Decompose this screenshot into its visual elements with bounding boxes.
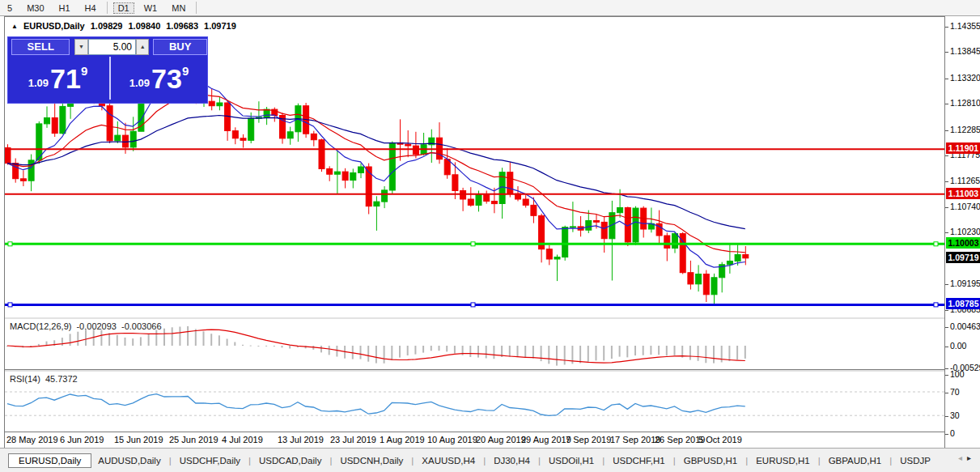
price-tick: 1.13845: [945, 45, 980, 57]
tabs-scroll-right-icon[interactable]: ▸: [967, 453, 976, 462]
chart-tab[interactable]: GBPUSD,H1: [681, 454, 740, 467]
chart-tab[interactable]: DJ30,H4: [490, 454, 533, 467]
tab-separator: |: [329, 456, 332, 466]
volume-input[interactable]: 5.00: [88, 39, 136, 55]
tab-separator: |: [818, 456, 821, 466]
price-badge-red: 1.11003: [946, 188, 980, 199]
chart-tab[interactable]: USDOil,H1: [545, 454, 597, 467]
date-label: 1 Aug 2019: [380, 435, 425, 444]
date-label: 23 Jul 2019: [330, 435, 376, 444]
timeframe-button-5[interactable]: 5: [2, 2, 17, 14]
chart-tab[interactable]: AUDUSD,Daily: [95, 454, 163, 467]
ohlc-open: 1.09829: [91, 21, 123, 31]
buy-button[interactable]: BUY: [153, 39, 207, 55]
price-tick: 1.12810: [945, 97, 980, 108]
chart-tab-active[interactable]: EURUSD,Daily: [8, 453, 91, 468]
chart-symbol-label: EURUSD,Daily: [23, 21, 85, 31]
timeframe-toolbar: 5M30H1H4D1W1MN: [0, 0, 980, 16]
price-tick: 1.09195: [945, 278, 980, 289]
volume-decrease-button[interactable]: ▼: [74, 39, 87, 55]
date-label: 28 May 2019: [6, 435, 58, 444]
chart-tab[interactable]: EURUSD,H1: [753, 454, 812, 467]
buy-price-display[interactable]: 1.09 73 9: [109, 57, 207, 100]
line-handle: [8, 242, 12, 246]
macd-panel[interactable]: MACD(12,26,9) -0.002093 -0.003066: [5, 319, 945, 370]
chart-tab[interactable]: USDCHF,H1: [609, 454, 668, 467]
tab-separator: |: [602, 456, 605, 466]
chart-tab[interactable]: XAUUSD,H4: [418, 454, 478, 467]
sell-button[interactable]: SELL: [11, 39, 70, 55]
sell-price-big: 71: [50, 65, 81, 92]
chart-title: ▲ EURUSD,Daily 1.09829 1.09840 1.09683 1…: [11, 21, 236, 31]
price-tick: 1.13320: [945, 72, 980, 83]
line-handle: [471, 242, 475, 246]
tab-separator: |: [889, 456, 892, 466]
sell-price-display[interactable]: 1.09 71 9: [10, 57, 106, 100]
timeframe-button-M30[interactable]: M30: [22, 2, 49, 14]
symbol-marker-icon: ▲: [11, 23, 18, 30]
date-label: 5 Oct 2019: [698, 435, 742, 444]
date-label: 10 Aug 2019: [427, 435, 477, 444]
chart-tab[interactable]: USDJP: [897, 454, 934, 467]
timeframe-button-W1[interactable]: W1: [139, 2, 163, 14]
price-tick: 1.10230: [945, 226, 980, 237]
chart-tab[interactable]: USDCNH,Daily: [337, 454, 406, 467]
date-label: 13 Jul 2019: [278, 435, 324, 444]
buy-price-prefix: 1.09: [129, 77, 150, 89]
price-tick: 1.10740: [945, 201, 980, 212]
price-badge-red: 1.11901: [946, 142, 980, 154]
chart-tab[interactable]: USDCHF,Daily: [176, 454, 244, 467]
timeframe-button-H4[interactable]: H4: [80, 2, 101, 14]
sell-price-pip: 9: [81, 64, 87, 78]
line-handle: [934, 303, 938, 307]
line-handle: [8, 303, 12, 307]
tab-separator: |: [169, 456, 172, 466]
rsi-axis-tick: 100: [945, 368, 965, 380]
date-label: 29 Aug 2019: [521, 435, 571, 444]
price-tick: 1.14355: [945, 20, 980, 32]
rsi-axis-tick: 70: [945, 386, 960, 398]
tab-separator: |: [411, 456, 414, 466]
price-axis[interactable]: 1.143551.138451.133201.128101.122851.117…: [944, 16, 980, 448]
main-chart-panel[interactable]: ▲ EURUSD,Daily 1.09829 1.09840 1.09683 1…: [5, 16, 945, 318]
date-label: 7 Sep 2019: [566, 435, 611, 444]
time-axis[interactable]: 28 May 20196 Jun 201915 Jun 201925 Jun 2…: [5, 432, 945, 448]
timeframe-button-H1[interactable]: H1: [54, 2, 75, 14]
tab-separator: |: [538, 456, 541, 466]
chart-tab-bar: EURUSD,DailyAUDUSD,Daily|USDCHF,Daily|US…: [0, 448, 980, 472]
tabs-scroll-left-icon[interactable]: ◂: [958, 453, 967, 462]
tab-separator: |: [483, 456, 486, 466]
date-label: 4 Jul 2019: [222, 435, 263, 444]
sell-price-prefix: 1.09: [28, 77, 49, 89]
macd-label: MACD(12,26,9) -0.002093 -0.003066: [10, 321, 162, 331]
line-handle: [934, 242, 938, 246]
price-badge-green: 1.10003: [946, 237, 980, 249]
rsi-axis-tick: 0: [945, 427, 955, 439]
rsi-line: [7, 394, 745, 416]
timeframe-button-MN[interactable]: MN: [167, 2, 190, 14]
date-label: 6 Jun 2019: [60, 435, 104, 444]
date-label: 15 Jun 2019: [114, 435, 163, 444]
chart-tab[interactable]: USDCAD,Daily: [256, 454, 325, 467]
tab-separator: |: [673, 456, 676, 466]
buy-price-pip: 9: [182, 64, 189, 78]
tab-separator: |: [248, 456, 251, 466]
timeframe-button-D1[interactable]: D1: [113, 2, 134, 14]
macd-signal-value: -0.003066: [121, 321, 162, 331]
ohlc-close: 1.09719: [204, 21, 236, 31]
price-badge-blue: 1.08785: [946, 298, 980, 309]
ohlc-low: 1.09683: [166, 21, 198, 31]
volume-increase-button[interactable]: ▲: [136, 39, 149, 55]
toolbar-separator: [107, 2, 108, 14]
rsi-chart: [5, 372, 945, 432]
date-label: 20 Aug 2019: [476, 435, 526, 444]
line-handle: [471, 303, 475, 307]
chart-tab[interactable]: GBPAUD,H1: [825, 454, 885, 467]
mt4-window: 5M30H1H4D1W1MN ▲ EURUSD,Daily 1.09829 1.…: [0, 0, 980, 472]
buy-price-big: 73: [151, 65, 182, 92]
date-label: 17 Sep 2019: [610, 435, 660, 444]
macd-axis-tick: 0.00463: [945, 321, 980, 332]
tab-separator: |: [745, 456, 748, 466]
rsi-panel[interactable]: RSI(14) 45.7372: [5, 372, 945, 432]
macd-axis-tick: 0.00: [945, 340, 966, 351]
